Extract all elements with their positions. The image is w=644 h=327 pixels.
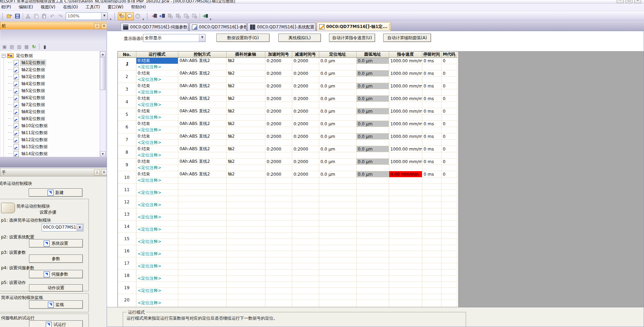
cell-empty[interactable] [389, 190, 422, 196]
trial-run-button[interactable]: 试运行 [29, 320, 83, 327]
cell-empty[interactable] [292, 239, 319, 245]
tab-1[interactable]: 00C0:QD77MS16[]-伺服参数 [121, 23, 188, 31]
cell-mode[interactable] [136, 221, 178, 227]
cell-acc[interactable]: 0:2000 [265, 96, 292, 102]
cell-empty[interactable] [265, 202, 292, 208]
cell-empty[interactable] [389, 263, 422, 270]
cell-address[interactable]: 0.0 μm [319, 83, 356, 89]
cell-empty[interactable] [356, 288, 389, 294]
offline-simulation-button[interactable]: 离线模拟(L) [278, 34, 321, 42]
cell-dec[interactable] [292, 245, 319, 251]
cell-empty[interactable] [226, 202, 265, 208]
cell-dwell[interactable] [422, 282, 441, 288]
cell-comment[interactable]: <定位注释> [136, 227, 178, 233]
cell-acc[interactable]: 0:2000 [265, 83, 292, 89]
cell-empty[interactable] [389, 114, 422, 121]
cell-address[interactable] [319, 245, 356, 251]
cell-empty[interactable] [441, 276, 457, 282]
close-button[interactable]: × [634, 0, 641, 3]
cell-dwell[interactable] [422, 196, 441, 202]
cell-dec[interactable]: 0:2000 [292, 146, 319, 152]
cell-empty[interactable] [356, 89, 389, 96]
cell-axis[interactable]: 轴2 [226, 159, 265, 165]
cell-empty[interactable] [441, 152, 457, 159]
cell-comment[interactable]: <定位注释> [136, 127, 178, 133]
cell-empty[interactable] [389, 276, 422, 282]
cell-empty[interactable] [356, 227, 389, 233]
cell-empty[interactable] [389, 102, 422, 108]
row-number-cell[interactable]: 19 [118, 282, 136, 294]
cell-speed[interactable]: 1000.00 mm/min [389, 83, 422, 89]
cell-mcode[interactable]: 0 [441, 171, 457, 178]
cell-empty[interactable] [422, 239, 441, 245]
row-number-cell[interactable]: 20 [118, 294, 136, 306]
cell-empty[interactable] [265, 114, 292, 121]
cell-dec[interactable]: 0:2000 [292, 121, 319, 127]
cell-control[interactable] [178, 257, 226, 263]
cell-mcode[interactable]: 0 [441, 159, 457, 165]
minimize-button[interactable]: – [617, 0, 624, 3]
cell-mode[interactable]: 0:结束 [136, 171, 178, 178]
cell-empty[interactable] [319, 64, 356, 70]
cell-empty[interactable] [292, 77, 319, 83]
cell-dec[interactable]: 0:2000 [292, 96, 319, 102]
cell-empty[interactable] [292, 300, 319, 306]
cell-mode[interactable] [136, 208, 178, 214]
cell-control[interactable] [178, 196, 226, 202]
cell-axis[interactable] [226, 294, 265, 300]
cell-empty[interactable] [178, 276, 226, 282]
new-button[interactable]: 新建 [29, 188, 83, 197]
tab-3[interactable]: 00C0:QD77MS16[]-系统配置 [248, 23, 316, 31]
cell-mode[interactable] [136, 184, 178, 190]
cell-dec[interactable] [292, 294, 319, 300]
cell-speed[interactable]: 1000.00 mm/min [389, 96, 422, 102]
cell-speed[interactable] [389, 294, 422, 300]
cell-dwell[interactable]: 0 ms [422, 96, 441, 102]
cell-empty[interactable] [319, 152, 356, 159]
cell-empty[interactable] [178, 178, 226, 184]
toolbar-grip[interactable] [147, 13, 149, 19]
cell-control[interactable]: 0Ah:ABS 直线2 [178, 133, 226, 140]
monitor-icon[interactable] [183, 12, 191, 20]
cell-empty[interactable] [319, 300, 356, 306]
cell-empty[interactable] [292, 127, 319, 133]
cell-mcode[interactable]: 0 [441, 121, 457, 127]
tree-root-item[interactable]: −定位数据 [2, 53, 34, 59]
display-filter-combo[interactable]: 全部显示 ▼ [143, 34, 206, 42]
cell-dec[interactable]: 0:2000 [292, 58, 319, 64]
refresh-icon[interactable]: ↻ [31, 43, 37, 50]
row-number-cell[interactable]: 2 [118, 70, 136, 83]
cell-empty[interactable] [265, 64, 292, 70]
cell-empty[interactable] [356, 251, 389, 257]
cell-arc[interactable] [356, 257, 389, 263]
cell-comment[interactable]: <定位注释> [136, 190, 178, 196]
cell-empty[interactable] [226, 114, 265, 121]
cell-mode[interactable]: 0:结束 [136, 96, 178, 102]
zoom-dropdown-icon[interactable]: ▼ [101, 13, 107, 20]
cell-mode[interactable]: 0:结束 [136, 58, 178, 64]
cell-empty[interactable] [319, 114, 356, 121]
cell-empty[interactable] [226, 165, 265, 171]
cell-arc[interactable]: 0.0 μm [356, 70, 389, 77]
cell-empty[interactable] [226, 77, 265, 83]
parameter-button[interactable]: 参数 [29, 255, 83, 263]
cell-empty[interactable] [441, 227, 457, 233]
cell-empty[interactable] [265, 152, 292, 159]
cell-axis[interactable]: 轴2 [226, 133, 265, 140]
row-number-cell[interactable]: 9 [118, 159, 136, 171]
cell-empty[interactable] [265, 288, 292, 294]
cell-comment[interactable]: <定位注释> [136, 300, 178, 306]
cell-speed[interactable]: 1000.00 mm/min [389, 70, 422, 77]
cell-comment[interactable]: <定位注释> [136, 178, 178, 184]
cell-empty[interactable] [422, 202, 441, 208]
cell-axis[interactable]: 轴2 [226, 70, 265, 77]
tree-item-axis12[interactable]: 轴12定位数据 [8, 137, 49, 143]
cell-address[interactable]: 0.0 μm [319, 121, 356, 127]
cell-control[interactable] [178, 233, 226, 239]
cell-empty[interactable] [319, 190, 356, 196]
cell-empty[interactable] [422, 251, 441, 257]
copy-icon[interactable] [32, 12, 40, 20]
cell-address[interactable]: 0.0 μm [319, 171, 356, 178]
cell-arc[interactable]: 0.0 μm [356, 121, 389, 127]
cell-dwell[interactable] [422, 270, 441, 276]
